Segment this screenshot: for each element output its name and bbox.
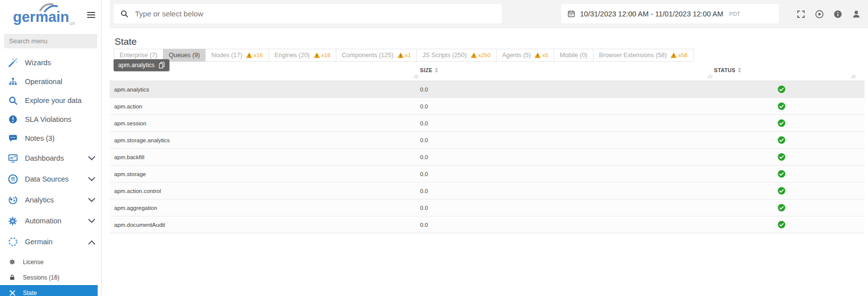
user-icon — [852, 9, 861, 19]
sidebar-item-label: Dashboards — [25, 154, 64, 162]
queue-name-tooltip[interactable]: apm.analytics — [114, 59, 169, 71]
tab-label: Agents (5) — [502, 52, 531, 59]
tab-browser-extensions-58[interactable]: Browser Extensions (58) x58 — [593, 49, 694, 62]
sidebar-item-label: Analytics — [25, 196, 54, 204]
column-resize-handle[interactable] — [413, 74, 419, 79]
table-row[interactable]: apm.analytics 0.0 — [110, 81, 865, 98]
sidebar-item-explore-your-data[interactable]: Explore your data — [0, 91, 101, 110]
status-ok-icon — [778, 119, 785, 127]
sidebar-item-wizards[interactable]: Wizards — [0, 53, 101, 72]
global-search-input[interactable] — [134, 9, 495, 18]
status-cell — [714, 170, 865, 178]
sidebar-subitem-label: State — [23, 290, 37, 296]
status-ok-icon — [779, 138, 784, 142]
tab-warning-badge: x18 — [313, 52, 331, 58]
tab-engines-20[interactable]: Engines (20) x18 — [269, 49, 336, 62]
status-ok-icon — [778, 170, 785, 178]
play-icon — [815, 9, 824, 19]
tab-components-125[interactable]: Components (125) x1 — [336, 49, 417, 62]
sitemap-icon — [8, 77, 18, 87]
sidebar-item-label: SLA Violations — [25, 115, 71, 123]
sidebar-item-analytics[interactable]: Analytics — [0, 190, 101, 210]
size-cell: 0.0 — [420, 205, 714, 211]
table-row[interactable]: apm.backfill 0.0 — [110, 149, 865, 166]
warning-count: x5 — [542, 52, 548, 58]
size-cell: 0.0 — [420, 87, 714, 93]
size-cell: 0.0 — [420, 154, 714, 160]
sidebar-item-sla-violations[interactable]: SLA Violations — [0, 110, 101, 129]
warning-icon — [470, 52, 477, 58]
warning-icon — [670, 52, 677, 58]
table-row[interactable]: apm.documentAudit 0.0 — [110, 216, 865, 233]
date-range-picker[interactable]: 10/31/2023 12:00 AM - 11/01/2023 12:00 A… — [561, 4, 779, 23]
warning-count: x58 — [678, 52, 688, 58]
table-row[interactable]: apm.storage.analytics 0.0 — [110, 132, 865, 149]
global-search[interactable] — [114, 4, 502, 23]
header-actions — [796, 0, 861, 28]
column-header-status[interactable]: STATUS — [714, 67, 741, 73]
status-ok-icon — [779, 189, 784, 193]
sidebar-item-data-sources[interactable]: Data Sources — [0, 169, 101, 190]
sidebar-item-label: Automation — [25, 217, 61, 225]
table-row[interactable]: apm.action 0.0 — [110, 98, 865, 115]
table-row[interactable]: apm.session 0.0 — [110, 115, 865, 132]
warning-count: x250 — [478, 52, 491, 58]
tab-nodes-17[interactable]: Nodes (17) x16 — [205, 49, 269, 62]
sidebar-item-automation[interactable]: Automation — [0, 210, 101, 231]
user-button[interactable] — [852, 9, 861, 19]
tooltip-text: apm.analytics — [118, 62, 154, 69]
sidebar-nav: Wizards Operational Explore your data SL… — [0, 53, 101, 252]
exclamation-circle-icon — [8, 114, 18, 124]
sort-icon[interactable] — [738, 68, 741, 73]
status-ok-icon — [778, 86, 785, 93]
warning-count: x1 — [405, 52, 411, 58]
menu-search-input[interactable] — [4, 34, 97, 48]
queue-name-cell: apm.storage.analytics — [110, 137, 420, 143]
magic-wand-icon — [7, 58, 18, 68]
tab-js-scripts-250[interactable]: JS Scripts (250) x250 — [417, 49, 497, 62]
tab-warning-badge: x5 — [534, 52, 548, 58]
info-button[interactable] — [833, 9, 843, 19]
sidebar-subitem-state[interactable]: State — [0, 285, 98, 296]
sidebar-item-notes-3[interactable]: Notes (3) — [0, 129, 101, 148]
sort-icon[interactable] — [435, 68, 438, 73]
logo-swoosh-icon — [37, 1, 60, 13]
sidebar-subitem-license[interactable]: License — [0, 254, 101, 270]
top-header-bar: 10/31/2023 12:00 AM - 11/01/2023 12:00 A… — [110, 0, 868, 28]
tab-mobile-0[interactable]: Mobile (0) — [554, 49, 593, 62]
play-button[interactable] — [815, 9, 824, 19]
sidebar-item-germain[interactable]: Germain — [0, 231, 101, 252]
queue-name-cell: apm.session — [110, 120, 420, 126]
table-row[interactable]: apm.storage 0.0 — [110, 166, 865, 183]
analytics-icon — [7, 195, 18, 205]
queue-name-cell: apm.aggregation — [110, 205, 420, 211]
warning-icon — [397, 52, 404, 58]
search-icon — [8, 96, 18, 105]
table-row[interactable]: apm.aggregation 0.0 — [110, 199, 865, 216]
tab-warning-badge: x16 — [246, 52, 263, 58]
sidebar-item-label: Explore your data — [25, 97, 82, 104]
table-row[interactable]: apm.action.control 0.0 — [110, 183, 865, 199]
info-icon — [833, 9, 843, 19]
warning-icon — [313, 52, 320, 58]
column-resize-handle[interactable] — [850, 74, 857, 79]
queue-name-cell: apm.analytics — [110, 87, 420, 93]
tab-agents-5[interactable]: Agents (5) x5 — [496, 49, 555, 62]
tab-warning-badge: x250 — [470, 52, 491, 58]
menu-toggle-icon[interactable] — [87, 10, 95, 19]
size-cell: 0.0 — [420, 120, 714, 126]
status-ok-icon — [778, 221, 785, 228]
column-resize-handle[interactable] — [707, 74, 713, 79]
column-header-size[interactable]: SIZE — [420, 67, 438, 73]
sidebar-item-dashboards[interactable]: Dashboards — [0, 148, 101, 169]
main-content: 10/31/2023 12:00 AM - 11/01/2023 12:00 A… — [102, 0, 868, 296]
status-ok-icon — [779, 104, 784, 108]
status-cell — [714, 119, 865, 127]
column-resize-handle-icon — [413, 74, 419, 79]
comment-icon — [8, 133, 18, 143]
sidebar-item-operational[interactable]: Operational — [0, 72, 101, 91]
copy-icon[interactable] — [158, 62, 165, 69]
sidebar-subitem-sessions-16[interactable]: Sessions (16) — [0, 270, 101, 285]
fullscreen-button[interactable] — [796, 9, 806, 19]
germain-logo[interactable]: germainux — [13, 2, 75, 26]
